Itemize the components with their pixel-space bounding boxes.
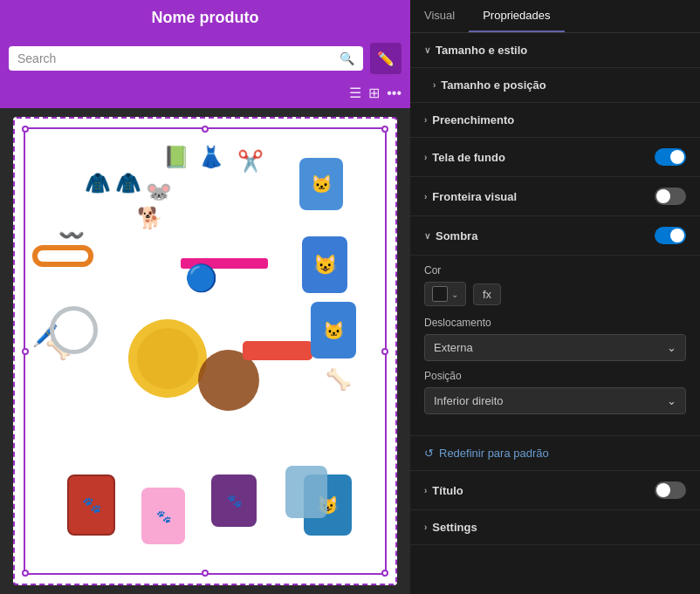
yellow-ball [128,319,207,398]
chevron-tamanho-posicao: › [433,80,436,90]
section-tamanho-estilo[interactable]: ∨ Tamanho e estilo [410,33,700,68]
fronteira-visual-toggle[interactable] [655,188,686,205]
sombra-toggle[interactable] [655,227,686,244]
paint-icon: ✏️ [377,51,395,67]
posicao-label: Posição [424,370,686,382]
purple-bag: 🐾 [211,475,257,527]
hanger-item-1: 🧥 [85,171,111,195]
deslocamento-dropdown[interactable]: Externa ⌄ [424,334,686,361]
deslocamento-label: Deslocamento [424,317,686,329]
product-title-bar: Nome produto [0,0,410,36]
deslocamento-value: Externa [434,341,473,354]
pink-bag: 🐾 [141,488,185,544]
product-title: Nome produto [152,9,259,26]
mouse-item: 🐭 [146,180,172,204]
blue-bag-1: 🐱 [299,158,343,210]
bone-item-2: 🦴 [326,367,352,392]
leash-item: 〰️ [58,223,85,248]
chevron-deslocamento: ⌄ [667,341,676,354]
properties-section: ∨ Tamanho e estilo › Tamanho e posição ›… [410,33,700,545]
chevron-tamanho-estilo: ∨ [424,45,430,55]
color-swatch-button[interactable]: ⌄ [424,282,466,306]
search-input-wrapper[interactable]: 🔍 [9,46,363,71]
chevron-tela-fundo: › [424,153,427,162]
pet-item-2: 👗 [198,145,224,169]
chevron-preenchimento: › [424,115,427,125]
chevron-fronteira-visual: › [424,192,427,201]
paint-brush-button[interactable]: ✏️ [370,43,401,74]
red-toy [243,341,312,360]
right-panel: Visual Propriedades ∨ Tamanho e estilo ›… [410,0,700,594]
tabs-row: Visual Propriedades [410,0,700,33]
pet-item-1: 📗 [163,145,189,169]
handle-top-middle[interactable] [202,126,209,133]
left-panel: Nome produto 🔍 ✏️ ☰ ⊞ ••• 📗 👗 ✂️ 🧥 [0,0,410,594]
fronteira-visual-label: Fronteira visual [432,190,517,203]
scissors-item: ✂️ [237,149,264,174]
tamanho-posicao-label: Tamanho e posição [441,79,546,92]
tela-fundo-toggle[interactable] [655,148,686,166]
more-options-button[interactable]: ••• [387,85,401,101]
titulo-toggle[interactable] [655,481,686,499]
section-tamanho-posicao[interactable]: › Tamanho e posição [410,68,700,103]
search-icon-button[interactable]: 🔍 [340,51,354,65]
handle-bottom-left[interactable] [22,570,29,577]
handle-bottom-right[interactable] [381,570,388,577]
grid-view-button[interactable]: ⊞ [368,85,380,101]
handle-middle-left[interactable] [22,348,29,355]
reset-link[interactable]: ↺ Redefinir para padrão [410,436,700,471]
chevron-color: ⌄ [451,290,458,299]
collar-item [32,245,93,267]
section-tela-fundo[interactable]: › Tela de fundo [410,138,700,177]
posicao-value: Inferior direito [434,394,503,407]
chevron-settings: › [424,522,427,532]
handle-top-right[interactable] [381,126,388,133]
blue-bag-2: 😺 [302,236,347,293]
sombra-content: Cor ⌄ fx Deslocamento Externa ⌄ Posição … [410,256,700,436]
reset-label: Redefinir para padrão [439,447,549,460]
color-row: ⌄ fx [424,282,686,306]
canvas-area: 📗 👗 ✂️ 🧥 🧥 🐭 🐱 🐕 〰️ 🔵 😺 🦴 🦴 🐱 [13,117,397,585]
search-input[interactable] [17,51,334,65]
hanger-item-2: 🧥 [115,171,141,195]
tab-propriedades[interactable]: Propriedades [469,0,564,32]
section-titulo[interactable]: › Título [410,471,700,510]
titulo-label: Título [432,484,463,497]
color-box [432,286,448,302]
settings-label: Settings [432,521,477,534]
sombra-label: Sombra [436,229,477,242]
handle-middle-right[interactable] [381,348,388,355]
tela-fundo-label: Tela de fundo [432,151,505,164]
preenchimento-label: Preenchimento [432,113,514,126]
tab-visual[interactable]: Visual [410,0,469,32]
ball-item: 🔵 [185,263,217,293]
chevron-titulo: › [424,486,427,495]
light-blue-bag [285,466,327,518]
section-fronteira-visual[interactable]: › Fronteira visual [410,177,700,216]
tamanho-estilo-label: Tamanho e estilo [436,44,527,57]
chevron-sombra: ∨ [424,231,430,241]
reset-icon: ↺ [424,447,434,460]
section-preenchimento[interactable]: › Preenchimento [410,103,700,138]
section-settings[interactable]: › Settings [410,510,700,545]
posicao-dropdown[interactable]: Inferior direito ⌄ [424,387,686,414]
rope-ring [50,306,98,354]
dog-item: 🐕 [137,206,163,230]
fx-button[interactable]: fx [473,283,501,305]
blue-bag-3: 🐱 [311,302,356,358]
section-sombra-header[interactable]: ∨ Sombra [410,216,700,256]
handle-bottom-middle[interactable] [202,570,209,577]
cor-field-label: Cor [424,264,686,277]
toolbar-row: ☰ ⊞ ••• [0,81,410,108]
search-bar-row: 🔍 ✏️ [0,36,410,81]
handle-top-left[interactable] [22,126,29,133]
list-view-button[interactable]: ☰ [349,85,361,101]
fx-label: fx [483,288,491,301]
red-bag: 🐾 [67,475,115,536]
chevron-posicao: ⌄ [667,394,676,407]
